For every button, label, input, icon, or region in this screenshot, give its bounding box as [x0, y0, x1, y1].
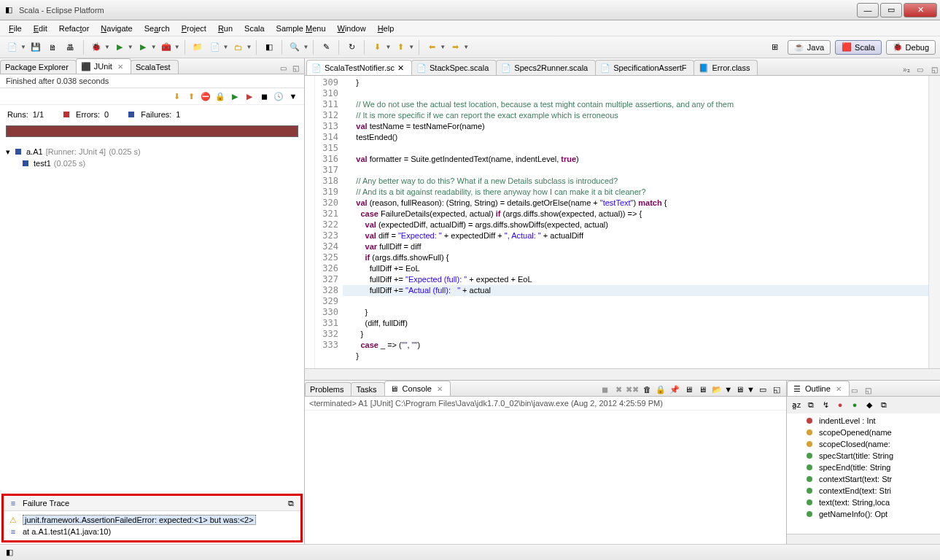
- external-tools-button[interactable]: 🧰: [158, 39, 174, 55]
- tab-junit[interactable]: ⬛JUnit✕: [76, 58, 131, 74]
- minimize-view-button[interactable]: ▭: [277, 62, 289, 74]
- menu-search[interactable]: Search: [139, 23, 176, 34]
- new-dropdown[interactable]: ▼: [20, 44, 26, 50]
- close-icon[interactable]: ✕: [117, 63, 123, 71]
- perspective-debug[interactable]: 🐞Debug: [886, 40, 936, 55]
- menu-sample[interactable]: Sample Menu: [271, 23, 332, 34]
- outline-body[interactable]: indentLevel : IntscopeOpened(namescopeCl…: [787, 413, 940, 534]
- run-last-dropdown[interactable]: ▼: [151, 44, 157, 50]
- trace-at-line[interactable]: ≡ at a.A1.test1(A1.java:10): [8, 526, 296, 537]
- save-button[interactable]: 💾: [28, 39, 44, 55]
- editor-tab-1[interactable]: 📄ScalaTestNotifier.sc✕: [306, 60, 412, 75]
- tab-console[interactable]: 🖥Console✕: [384, 381, 451, 396]
- tab-outline[interactable]: ☰Outline✕: [787, 381, 850, 396]
- outline-item[interactable]: indentLevel : Int: [790, 415, 937, 427]
- scroll-lock-button[interactable]: 🔒: [654, 383, 667, 396]
- hide-nonpublic-button[interactable]: ●: [848, 398, 861, 411]
- menu-edit[interactable]: Edit: [28, 23, 53, 34]
- junit-tree[interactable]: ▾ a.A1 [Runner: JUnit 4] (0.025 s) test1…: [0, 143, 304, 492]
- sort-button[interactable]: a͍z: [790, 398, 803, 411]
- new-class-dropdown[interactable]: ▼: [223, 44, 229, 50]
- clear-console-button[interactable]: 🗑: [640, 383, 653, 396]
- external-tools-dropdown[interactable]: ▼: [174, 44, 180, 50]
- outline-item[interactable]: text(text: String,loca: [790, 497, 937, 508]
- history-button[interactable]: 🕓: [272, 90, 285, 103]
- menu-file[interactable]: File: [3, 23, 28, 34]
- run-last-button[interactable]: ▶: [135, 39, 151, 55]
- scroll-lock-button[interactable]: 🔒: [214, 90, 227, 103]
- show-console-on-err-button[interactable]: 🖥: [696, 383, 709, 396]
- editor-tab-4[interactable]: 📄SpecificationAssertF: [595, 60, 694, 75]
- maximize-view-button[interactable]: ◱: [863, 384, 874, 396]
- focus-button[interactable]: ⧉: [804, 398, 817, 411]
- new-folder-dropdown[interactable]: ▼: [246, 44, 252, 50]
- debug-dropdown[interactable]: ▼: [104, 44, 110, 50]
- remove-launch-button[interactable]: ✖: [612, 383, 625, 396]
- refresh-button[interactable]: ↻: [343, 39, 360, 55]
- view-menu-button[interactable]: ▼: [287, 90, 300, 103]
- compare-button[interactable]: ⧉: [286, 498, 296, 508]
- prev-failure-button[interactable]: ⬆: [184, 90, 198, 103]
- display-selected-button[interactable]: 🖥: [733, 383, 746, 396]
- minimize-editor-button[interactable]: ▭: [914, 63, 926, 75]
- maximize-editor-button[interactable]: ◱: [928, 63, 940, 75]
- search-button[interactable]: 🔍: [287, 39, 303, 55]
- close-button[interactable]: ✕: [904, 3, 937, 18]
- perspective-scala[interactable]: 🟥Scala: [835, 40, 882, 55]
- outline-item[interactable]: specEnd(title: String: [790, 462, 937, 473]
- expand-icon[interactable]: ▾: [6, 147, 10, 157]
- run-dropdown[interactable]: ▼: [128, 44, 133, 50]
- forward-button[interactable]: ➡: [447, 39, 463, 55]
- toggle-mark-button[interactable]: ✎: [318, 39, 334, 55]
- editor-tab-3[interactable]: 📄Specs2Runner.scala: [496, 60, 596, 75]
- code-area[interactable]: } // We do not use the actual test locat…: [343, 76, 928, 368]
- show-console-on-out-button[interactable]: 🖥: [682, 383, 695, 396]
- next-failure-button[interactable]: ⬇: [170, 90, 183, 103]
- new-class-button[interactable]: 📄: [207, 39, 223, 55]
- test-case-node[interactable]: test1 (0.025 s): [6, 158, 298, 169]
- tab-scalatest[interactable]: ScalaTest: [131, 60, 179, 74]
- outline-horizontal-scrollbar[interactable]: [787, 534, 940, 544]
- close-icon[interactable]: ✕: [437, 385, 443, 393]
- test-suite-node[interactable]: ▾ a.A1 [Runner: JUnit 4] (0.025 s): [6, 146, 298, 158]
- editor-horizontal-scrollbar[interactable]: [305, 368, 940, 380]
- remove-all-button[interactable]: ✖✖: [626, 383, 639, 396]
- rerun-button[interactable]: ▶: [228, 90, 241, 103]
- rerun-failed-button[interactable]: ▶: [243, 90, 256, 103]
- print-button[interactable]: 🖶: [63, 39, 79, 55]
- hide-fields-button[interactable]: ↯: [819, 398, 832, 411]
- minimize-button[interactable]: —: [857, 3, 879, 18]
- outline-item[interactable]: getNameInfo(): Opt: [790, 508, 937, 520]
- console-body[interactable]: [305, 411, 786, 544]
- perspective-java[interactable]: ☕Java: [788, 40, 831, 55]
- tab-tasks[interactable]: Tasks: [351, 382, 384, 396]
- maximize-view-button[interactable]: ◱: [770, 383, 783, 396]
- overview-ruler[interactable]: [928, 76, 940, 368]
- fold-gutter[interactable]: [305, 76, 315, 368]
- minimize-view-button[interactable]: ▭: [849, 384, 861, 396]
- open-type-button[interactable]: ◧: [261, 39, 277, 55]
- back-button[interactable]: ⬅: [424, 39, 440, 55]
- pin-console-button[interactable]: 📌: [668, 383, 681, 396]
- outline-item[interactable]: contextStart(text: Str: [790, 473, 937, 485]
- minimize-view-button[interactable]: ▭: [756, 383, 769, 396]
- menu-help[interactable]: Help: [372, 23, 400, 34]
- failure-trace-body[interactable]: ⚠ junit.framework.AssertionFailedError: …: [4, 511, 300, 540]
- hide-local-button[interactable]: ◆: [863, 398, 876, 411]
- link-editor-button[interactable]: ⧉: [877, 398, 890, 411]
- new-folder-button[interactable]: 🗀: [230, 39, 246, 55]
- outline-item[interactable]: scopeOpened(name: [790, 427, 937, 438]
- trace-error-line[interactable]: ⚠ junit.framework.AssertionFailedError: …: [8, 514, 296, 526]
- menu-window[interactable]: Window: [332, 23, 372, 34]
- menu-scala[interactable]: Scala: [238, 23, 271, 34]
- search-dropdown[interactable]: ▼: [303, 44, 308, 50]
- maximize-button[interactable]: ▭: [880, 3, 902, 18]
- outline-item[interactable]: scopeClosed(name:: [790, 438, 937, 450]
- menu-navigate[interactable]: Navigate: [95, 23, 138, 34]
- prev-annotation-button[interactable]: ⬆: [392, 39, 408, 55]
- stop-button[interactable]: ◼: [257, 90, 271, 103]
- close-icon[interactable]: ✕: [397, 63, 404, 73]
- show-failures-only-button[interactable]: ⛔: [199, 90, 212, 103]
- next-annotation-button[interactable]: ⬇: [369, 39, 385, 55]
- outline-item[interactable]: contextEnd(text: Stri: [790, 485, 937, 497]
